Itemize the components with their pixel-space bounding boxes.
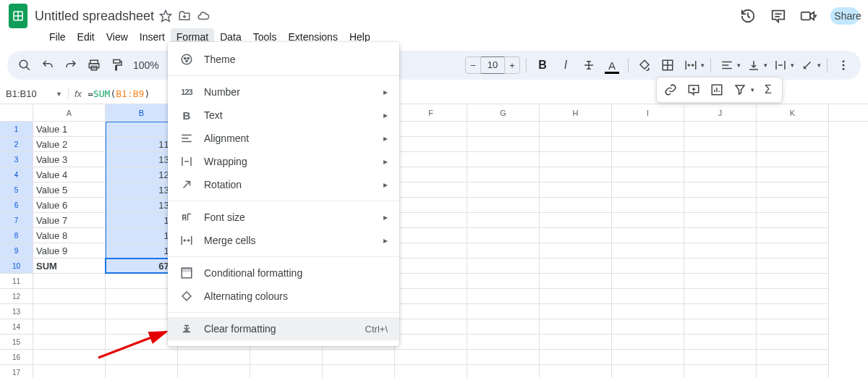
- cell[interactable]: [757, 152, 829, 167]
- align-button[interactable]: [717, 55, 737, 75]
- cell[interactable]: [395, 304, 467, 319]
- row-header[interactable]: 4: [0, 167, 33, 182]
- cell[interactable]: [395, 365, 467, 378]
- cell[interactable]: [612, 350, 684, 365]
- cell[interactable]: 13: [106, 213, 178, 228]
- cell[interactable]: [757, 289, 829, 304]
- cell[interactable]: [757, 198, 829, 213]
- row-header[interactable]: 16: [0, 350, 33, 365]
- spreadsheet-grid[interactable]: ABCDEFGHIJK 1Value 112Value 21113Value 3…: [0, 104, 868, 378]
- undo-icon[interactable]: [38, 55, 58, 75]
- cell[interactable]: [540, 137, 612, 152]
- row-header[interactable]: 2: [0, 137, 33, 152]
- cell[interactable]: [106, 365, 178, 378]
- col-header-A[interactable]: A: [33, 104, 106, 121]
- cell[interactable]: Value 4: [33, 167, 106, 182]
- cell[interactable]: [106, 274, 178, 289]
- cell[interactable]: [684, 289, 757, 304]
- paint-format-icon[interactable]: [107, 55, 127, 75]
- cell[interactable]: [467, 152, 540, 167]
- format-menu-text[interactable]: BText▸: [168, 104, 399, 127]
- increase-font-icon[interactable]: +: [504, 56, 520, 74]
- format-menu-conditional-formatting[interactable]: Conditional formatting: [168, 261, 399, 285]
- search-icon[interactable]: [14, 55, 35, 75]
- row-header[interactable]: 15: [0, 335, 33, 350]
- cell[interactable]: [757, 259, 829, 274]
- meet-button[interactable]: ▾: [800, 7, 817, 25]
- cell[interactable]: [395, 335, 467, 350]
- cell[interactable]: [250, 365, 323, 378]
- formula-bar[interactable]: =SUM(B1:B9): [88, 88, 150, 99]
- cell[interactable]: [612, 365, 684, 378]
- valign-button[interactable]: [744, 55, 764, 75]
- cell[interactable]: [33, 274, 106, 289]
- cell[interactable]: [395, 289, 467, 304]
- menu-view[interactable]: View: [101, 28, 134, 46]
- functions-icon[interactable]: Σ: [759, 80, 778, 99]
- cell[interactable]: [395, 259, 467, 274]
- cell[interactable]: [757, 350, 829, 365]
- cell[interactable]: [684, 152, 757, 167]
- cell[interactable]: [33, 365, 106, 378]
- cell[interactable]: 13: [106, 228, 178, 243]
- document-title[interactable]: Untitled spreadsheet: [35, 9, 154, 24]
- menu-edit[interactable]: Edit: [72, 28, 101, 46]
- cell[interactable]: 111: [106, 137, 178, 152]
- align-caret-icon[interactable]: ▾: [737, 62, 741, 69]
- valign-caret-icon[interactable]: ▾: [764, 62, 767, 69]
- cell[interactable]: [395, 213, 467, 228]
- cell[interactable]: [395, 152, 467, 167]
- star-icon[interactable]: [158, 9, 173, 23]
- format-menu-theme[interactable]: Theme: [168, 48, 399, 71]
- cell[interactable]: [33, 304, 106, 319]
- font-size-value[interactable]: 10: [481, 56, 504, 74]
- cell[interactable]: [323, 365, 395, 378]
- cell[interactable]: [540, 259, 612, 274]
- cell[interactable]: [106, 289, 178, 304]
- cell[interactable]: Value 6: [33, 198, 106, 213]
- cell[interactable]: [540, 213, 612, 228]
- cell[interactable]: [757, 304, 829, 319]
- format-menu-font-size[interactable]: Font size▸: [168, 206, 399, 229]
- cell[interactable]: [467, 350, 540, 365]
- cell[interactable]: Value 8: [33, 228, 106, 243]
- row-header[interactable]: 11: [0, 274, 33, 289]
- row-header[interactable]: 5: [0, 182, 33, 198]
- merge-button[interactable]: [681, 55, 701, 75]
- cell[interactable]: [467, 228, 540, 243]
- cell[interactable]: [467, 335, 540, 350]
- format-menu-wrapping[interactable]: Wrapping▸: [168, 150, 399, 173]
- cell[interactable]: [178, 365, 250, 378]
- cell[interactable]: [178, 350, 250, 365]
- cell[interactable]: [757, 213, 829, 228]
- cell[interactable]: [612, 152, 684, 167]
- cell[interactable]: [757, 137, 829, 152]
- cell[interactable]: Value 9: [33, 243, 106, 259]
- cell[interactable]: [395, 319, 467, 335]
- col-header-J[interactable]: J: [684, 104, 757, 121]
- cell[interactable]: [540, 122, 612, 137]
- cell[interactable]: [395, 243, 467, 259]
- cell[interactable]: 123: [106, 167, 178, 182]
- redo-icon[interactable]: [61, 55, 81, 75]
- format-menu-merge-cells[interactable]: Merge cells▸: [168, 229, 399, 252]
- cell[interactable]: [467, 274, 540, 289]
- decrease-font-icon[interactable]: −: [465, 56, 481, 74]
- cell[interactable]: [684, 228, 757, 243]
- cell[interactable]: [467, 289, 540, 304]
- cell[interactable]: [395, 198, 467, 213]
- bold-button[interactable]: B: [532, 55, 553, 75]
- cell[interactable]: [684, 319, 757, 335]
- cell[interactable]: [467, 137, 540, 152]
- cell[interactable]: [612, 198, 684, 213]
- cell[interactable]: [612, 167, 684, 182]
- cell[interactable]: [395, 137, 467, 152]
- zoom-display[interactable]: 100%: [130, 59, 162, 71]
- cell[interactable]: [395, 350, 467, 365]
- wrap-caret-icon[interactable]: ▾: [791, 62, 794, 69]
- cell[interactable]: [757, 319, 829, 335]
- row-header[interactable]: 17: [0, 365, 33, 378]
- cell[interactable]: [540, 243, 612, 259]
- cell[interactable]: Value 7: [33, 213, 106, 228]
- sheets-logo[interactable]: [9, 4, 27, 28]
